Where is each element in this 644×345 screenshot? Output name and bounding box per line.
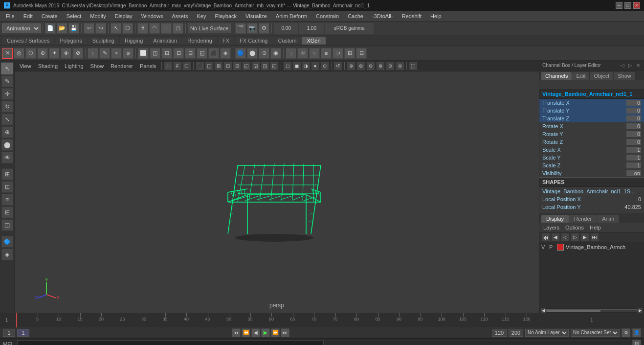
- tab-curves-surfaces[interactable]: Curves / Surfaces: [2, 37, 54, 45]
- xgen-btn18[interactable]: ⬛: [208, 48, 219, 59]
- tab-rendering[interactable]: Rendering: [182, 37, 217, 45]
- title-bar-controls[interactable]: ─ □ ✕: [616, 2, 640, 9]
- menu-playback[interactable]: Playback: [211, 12, 241, 20]
- vp-isolate-btn4[interactable]: ⊗: [376, 62, 385, 70]
- menu-visualize[interactable]: Visualize: [242, 12, 271, 20]
- layer-end-btn[interactable]: ⏭: [590, 233, 599, 242]
- tab-sculpting[interactable]: Sculpting: [88, 37, 119, 45]
- xgen-btn25[interactable]: ≋: [297, 48, 308, 59]
- animation-mode-select[interactable]: Animation: [2, 23, 41, 33]
- vp-display-mode1[interactable]: ⬛: [196, 62, 204, 70]
- menu-file[interactable]: File: [2, 12, 19, 20]
- tab-rigging[interactable]: Rigging: [120, 37, 148, 45]
- layer-add-btn[interactable]: ⏮: [541, 233, 550, 242]
- menu-cache[interactable]: Cache: [344, 12, 367, 20]
- xgen-btn20[interactable]: 🔵: [235, 48, 246, 59]
- channel-translate-x-row[interactable]: Translate X 0: [539, 99, 644, 107]
- input-field1[interactable]: 0.00: [274, 23, 298, 34]
- local-pos-y-row[interactable]: Local Position Y 40.825: [539, 204, 644, 211]
- redo-button[interactable]: ↪: [95, 23, 106, 34]
- right-panel-scrollbar[interactable]: ◀ ▶: [539, 308, 644, 313]
- menu-assets[interactable]: Assets: [168, 12, 192, 20]
- menu-display[interactable]: Display: [111, 12, 136, 20]
- quick-layout-button[interactable]: ⊟: [1, 207, 13, 218]
- char-set-select[interactable]: No Character Set: [571, 329, 620, 337]
- maximize-button[interactable]: □: [624, 2, 631, 9]
- xgen-btn2[interactable]: ◎: [14, 48, 24, 59]
- panel-collapse-btn[interactable]: ◁: [620, 63, 625, 68]
- xgen-btn22[interactable]: ⊙: [259, 48, 269, 59]
- scale-tool-button[interactable]: ⤡: [1, 114, 13, 125]
- anim-layer-select[interactable]: No Anim Layer: [525, 329, 569, 337]
- cb-tab-object[interactable]: Object: [590, 72, 613, 80]
- tab-polygons[interactable]: Polygons: [55, 37, 87, 45]
- xgen-btn19[interactable]: ◈: [220, 48, 231, 59]
- panel-button[interactable]: ◫: [1, 219, 13, 231]
- vp-display-mode5[interactable]: ⊟: [233, 62, 242, 70]
- end-frame-field[interactable]: [492, 329, 507, 337]
- rotate-tool-button[interactable]: ↻: [1, 101, 13, 113]
- tab-fx[interactable]: FX: [218, 37, 234, 45]
- xgen-btn23[interactable]: ◉: [270, 48, 281, 59]
- channel-rotate-x-row[interactable]: Rotate X 0: [539, 122, 644, 130]
- channel-scale-z-row[interactable]: Scale Z 1: [539, 161, 644, 169]
- minimize-button[interactable]: ─: [616, 2, 622, 9]
- vp-display-mode7[interactable]: ◲: [251, 62, 260, 70]
- menu-edit[interactable]: Edit: [20, 12, 37, 20]
- move-tool-button[interactable]: ✛: [1, 88, 13, 100]
- xgen-btn1[interactable]: ✕: [2, 48, 13, 59]
- menu-modify[interactable]: Modify: [86, 12, 110, 20]
- vp-isolate-btn2[interactable]: ⊕: [356, 62, 365, 70]
- undo-button[interactable]: ↩: [84, 23, 94, 34]
- lasso-tool-button[interactable]: ⬡: [122, 23, 133, 34]
- channel-scale-x-row[interactable]: Scale X 1: [539, 146, 644, 154]
- char-set-btn2[interactable]: 👤: [632, 328, 641, 337]
- snap-curve-button[interactable]: ◠: [149, 23, 160, 34]
- snap-point-button[interactable]: ⋅: [161, 23, 172, 34]
- tab-animation[interactable]: Animation: [148, 37, 182, 45]
- tab-xgen[interactable]: XGen: [302, 37, 325, 45]
- snap-view-button[interactable]: ◻: [173, 23, 183, 34]
- vp-shading-btn5[interactable]: ⊙: [320, 62, 329, 70]
- vp-shading-btn1[interactable]: ◻: [283, 62, 292, 70]
- live-surface-label[interactable]: No Live Surface: [188, 23, 231, 33]
- show-hide-button[interactable]: 👁: [1, 152, 13, 163]
- xgen-btn3[interactable]: ⬡: [25, 48, 36, 59]
- xgen-btn30[interactable]: ⊟: [356, 48, 367, 59]
- xgen-btn27[interactable]: ≡: [321, 48, 332, 59]
- xgen-btn4[interactable]: ⊕: [37, 48, 48, 59]
- save-file-button[interactable]: 💾: [68, 23, 79, 34]
- command-input[interactable]: [17, 340, 324, 345]
- menu-select[interactable]: Select: [63, 12, 86, 20]
- viewport[interactable]: View Shading Lighting Show Renderer Pane…: [15, 61, 539, 313]
- vp-menu-lighting[interactable]: Lighting: [62, 62, 87, 70]
- universal-tool-button[interactable]: ⊕: [1, 126, 13, 138]
- dt-tab-render[interactable]: Render: [569, 215, 597, 223]
- vp-isolate-btn3[interactable]: ⊖: [366, 62, 375, 70]
- new-file-button[interactable]: 📄: [45, 23, 56, 34]
- layer-menu-layers[interactable]: Layers: [541, 224, 561, 231]
- panel-close-btn[interactable]: ✕: [635, 63, 641, 68]
- render-settings-button[interactable]: ⚙: [259, 23, 269, 34]
- vp-shading-btn2[interactable]: ◼: [292, 62, 301, 70]
- tab-custom[interactable]: Custom: [273, 37, 302, 45]
- vp-menu-view[interactable]: View: [17, 62, 34, 70]
- channel-rotate-z-row[interactable]: Rotate Z 0: [539, 138, 644, 146]
- xgen-btn5[interactable]: ✦: [49, 48, 60, 59]
- select-tool-left-button[interactable]: ↖: [1, 63, 13, 74]
- xgen-btn6[interactable]: 👁: [61, 48, 71, 59]
- vp-display-mode9[interactable]: ◰: [270, 62, 279, 70]
- channel-translate-z-row[interactable]: Translate Z 0: [539, 115, 644, 122]
- menu-3dtoall[interactable]: -3DtoAll-: [368, 12, 397, 20]
- channel-translate-y-row[interactable]: Translate Y 0: [539, 107, 644, 115]
- channel-rotate-y-row[interactable]: Rotate Y 0: [539, 130, 644, 138]
- scroll-right-btn[interactable]: ▶: [637, 308, 643, 314]
- xgen-btn14[interactable]: ⊞: [161, 48, 172, 59]
- xgen-btn26[interactable]: ≈: [309, 48, 320, 59]
- xgen-btn21[interactable]: ⬤: [247, 48, 258, 59]
- vp-display-mode3[interactable]: ⊞: [214, 62, 223, 70]
- vp-display-mode8[interactable]: ◳: [261, 62, 269, 70]
- xgen-btn7[interactable]: ⊘: [72, 48, 83, 59]
- render-button[interactable]: 🎬: [235, 23, 246, 34]
- scrollbar-track[interactable]: [546, 309, 637, 312]
